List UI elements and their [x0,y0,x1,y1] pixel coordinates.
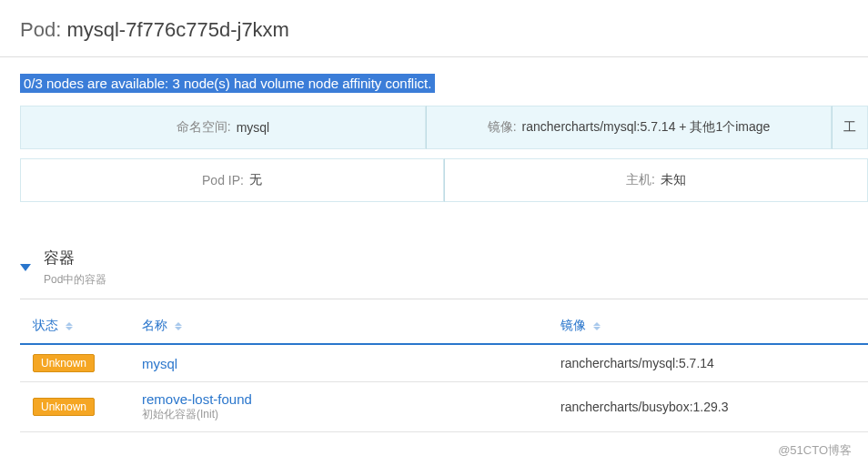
container-name-link[interactable]: remove-lost-found [142,391,535,407]
caret-down-icon [20,264,31,271]
info-row-1: 命名空间: mysql 镜像: ranchercharts/mysql:5.7.… [20,106,868,149]
extra-value: 工 [843,119,856,136]
page-title-label: Pod: [20,18,61,41]
host-value: 未知 [661,172,686,188]
container-table: 状态 名称 镜像 Unknown mysql rancherchar [20,309,868,432]
info-row-2: Pod IP: 无 主机: 未知 [20,158,868,202]
container-name-link[interactable]: mysql [142,356,177,371]
host-label: 主机: [626,172,655,188]
namespace-value: mysql [237,120,270,135]
image-card[interactable]: 镜像: ranchercharts/mysql:5.7.14 + 其他1个ima… [426,106,832,149]
extra-card[interactable]: 工 [832,106,868,149]
sort-icon [175,322,182,330]
error-banner: 0/3 nodes are available: 3 node(s) had v… [20,74,435,93]
section-header[interactable]: 容器 Pod中的容器 [20,248,868,299]
container-subtext: 初始化容器(Init) [142,407,535,422]
podip-label: Pod IP: [202,173,244,187]
col-image[interactable]: 镜像 [548,309,868,344]
sort-icon [593,322,601,330]
container-image: ranchercharts/mysql:5.7.14 [548,344,868,382]
table-row[interactable]: Unknown mysql ranchercharts/mysql:5.7.14 [20,344,868,382]
image-label: 镜像: [488,119,517,136]
section-subtitle: Pod中的容器 [44,272,106,288]
watermark: @51CTO博客 [778,442,852,459]
col-name[interactable]: 名称 [129,309,548,344]
col-status[interactable]: 状态 [20,309,129,344]
containers-section: 容器 Pod中的容器 状态 名称 镜像 U [20,248,868,432]
host-card[interactable]: 主机: 未知 [444,158,868,202]
col-image-label: 镜像 [560,318,586,332]
podip-card[interactable]: Pod IP: 无 [20,158,444,202]
status-badge: Unknown [33,398,95,416]
image-value: ranchercharts/mysql:5.7.14 + 其他1个image [522,119,771,136]
namespace-label: 命名空间: [177,119,231,136]
page-title: Pod: mysql-7f776c775d-j7kxm [0,0,868,57]
section-title: 容器 [44,248,106,268]
status-badge: Unknown [33,354,95,372]
namespace-card[interactable]: 命名空间: mysql [20,106,426,149]
table-row[interactable]: Unknown remove-lost-found 初始化容器(Init) ra… [20,382,868,432]
container-image: ranchercharts/busybox:1.29.3 [548,382,868,432]
sort-icon [66,322,73,330]
col-name-label: 名称 [142,318,167,332]
podip-value: 无 [249,172,262,188]
page-title-name: mysql-7f776c775d-j7kxm [66,18,289,41]
col-status-label: 状态 [33,318,58,332]
